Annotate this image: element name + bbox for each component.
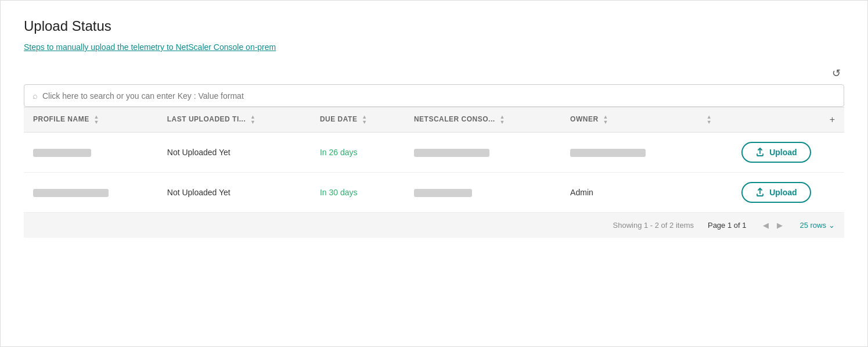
search-container: ⌕ [24,84,844,107]
owner-value-2: Admin [570,188,593,197]
rows-per-page-selector[interactable]: 25 rows ⌄ [799,221,835,230]
footer-content: Showing 1 - 2 of 2 items Page 1 of 1 ◀ ▶… [33,220,835,231]
page-info: Page 1 of 1 [708,221,747,230]
upload-icon-2 [755,188,765,197]
cell-due-date-1: In 26 days [311,133,405,173]
col-header-actions: ▲▼ [695,108,820,133]
upload-label-1: Upload [769,148,797,157]
search-bar[interactable]: ⌕ [24,84,844,107]
sort-icon-owner[interactable]: ▲▼ [603,115,608,125]
search-input[interactable] [42,91,835,101]
cell-profile-name-1 [24,133,158,173]
table-row: Not Uploaded Yet In 30 days Admin [24,173,844,213]
page-title: Upload Status [24,18,844,34]
due-date-value-1: In 26 days [320,148,358,157]
table-row: Not Uploaded Yet In 26 days [24,133,844,173]
sort-icon-due-date[interactable]: ▲▼ [362,115,367,125]
cell-last-uploaded-1: Not Uploaded Yet [158,133,311,173]
manual-upload-link[interactable]: Steps to manually upload the telemetry t… [24,42,276,52]
showing-text: Showing 1 - 2 of 2 items [613,221,694,230]
col-header-netscaler: NETSCALER CONSO... ▲▼ [405,108,561,133]
last-uploaded-status-2: Not Uploaded Yet [167,188,230,197]
sort-icon-profile[interactable]: ▲▼ [94,115,99,125]
upload-status-table: PROFILE NAME ▲▼ LAST UPLOADED TI... ▲▼ D… [24,107,844,238]
col-header-owner: OWNER ▲▼ [561,108,695,133]
due-date-value-2: In 30 days [320,188,358,197]
page-container: Upload Status Steps to manually upload t… [0,0,868,347]
col-header-last-uploaded: LAST UPLOADED TI... ▲▼ [158,108,311,133]
blurred-netscaler-1 [414,149,489,157]
rows-per-page-label: 25 rows [799,221,826,230]
cell-action-2: Upload [695,173,820,213]
upload-icon-1 [755,148,765,157]
next-page-button[interactable]: ▶ [774,220,786,231]
chevron-down-icon: ⌄ [829,221,835,230]
cell-add-1 [820,133,844,173]
toolbar: ↺ [24,66,844,81]
blurred-owner-1 [570,149,646,157]
col-header-due-date: DUE DATE ▲▼ [311,108,405,133]
blurred-profile-name-1 [33,149,91,157]
upload-button-1[interactable]: Upload [741,142,811,163]
cell-owner-1 [561,133,695,173]
sort-icon-netscaler[interactable]: ▲▼ [499,115,505,125]
sort-icon-actions[interactable]: ▲▼ [707,115,712,125]
cell-last-uploaded-2: Not Uploaded Yet [158,173,311,213]
refresh-button[interactable]: ↺ [829,66,844,81]
add-column-button[interactable]: + [830,115,835,125]
table-footer-row: Showing 1 - 2 of 2 items Page 1 of 1 ◀ ▶… [24,213,844,238]
cell-profile-name-2 [24,173,158,213]
cell-netscaler-1 [405,133,561,173]
last-uploaded-status-1: Not Uploaded Yet [167,148,230,157]
col-header-profile-name: PROFILE NAME ▲▼ [24,108,158,133]
cell-netscaler-2 [405,173,561,213]
cell-due-date-2: In 30 days [311,173,405,213]
upload-button-2[interactable]: Upload [741,182,811,203]
blurred-netscaler-2 [414,189,472,197]
col-header-add: + [820,108,844,133]
prev-page-button[interactable]: ◀ [760,220,772,231]
pagination-controls: ◀ ▶ [760,220,786,231]
cell-action-1: Upload [695,133,820,173]
footer-cell: Showing 1 - 2 of 2 items Page 1 of 1 ◀ ▶… [24,213,844,238]
sort-icon-last-uploaded[interactable]: ▲▼ [250,115,255,125]
search-icon: ⌕ [33,91,38,101]
cell-owner-2: Admin [561,173,695,213]
cell-add-2 [820,173,844,213]
blurred-profile-name-2 [33,189,109,197]
table-header-row: PROFILE NAME ▲▼ LAST UPLOADED TI... ▲▼ D… [24,108,844,133]
upload-label-2: Upload [769,188,797,197]
